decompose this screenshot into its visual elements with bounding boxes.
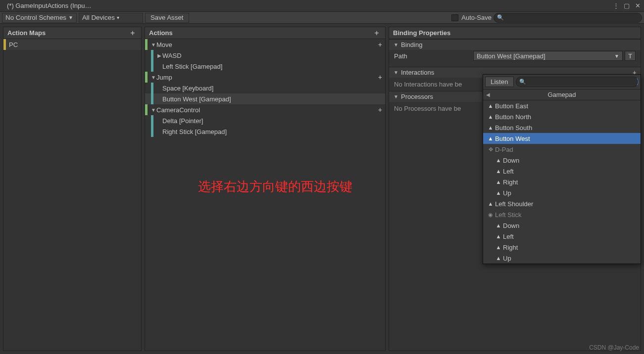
popup-item-icon: ▲ <box>487 125 494 131</box>
stripe-icon <box>145 39 148 50</box>
binding-item[interactable]: Right Stick [Gamepad] <box>145 126 385 137</box>
stripe-icon <box>151 126 153 137</box>
popup-item[interactable]: ▲Left <box>483 166 641 177</box>
popup-item-label: D-Pad <box>495 146 513 153</box>
stripe-icon <box>145 104 148 115</box>
fold-icon[interactable]: ▼ <box>150 75 156 80</box>
window-tab[interactable]: (*) GameInputActions (Inpu… <box>3 1 96 10</box>
binding-label: Right Stick [Gamepad] <box>162 128 227 135</box>
popup-item[interactable]: ▲Down <box>483 155 641 166</box>
action-item-cameracontrol[interactable]: ▼ CameraControl + <box>145 104 385 115</box>
control-schemes-dropdown[interactable]: No Control Schemes ▼ <box>2 13 77 23</box>
control-schemes-label: No Control Schemes <box>5 14 66 21</box>
autosave-checkbox[interactable] <box>451 14 458 21</box>
popup-item[interactable]: ✥D-Pad <box>483 144 641 155</box>
fold-icon[interactable]: ▼ <box>150 107 156 113</box>
popup-item-icon: ▲ <box>487 201 494 207</box>
menu-icon[interactable]: ⋮ <box>612 2 619 9</box>
search-icon: 🔍 <box>497 14 504 21</box>
popup-item[interactable]: ▲Left Shoulder <box>483 198 641 209</box>
popup-item-label: Right <box>503 178 518 186</box>
popup-item-icon: ▲ <box>495 190 502 196</box>
popup-item-icon: ▲ <box>495 233 502 239</box>
popup-item-icon: ▲ <box>487 135 494 141</box>
close-icon[interactable]: ✕ <box>634 2 641 9</box>
caret-down-icon: ▼ <box>68 15 73 20</box>
popup-item[interactable]: ▲Right <box>483 177 641 187</box>
popup-item[interactable]: ▲Button West <box>483 133 641 144</box>
autosave-group: Auto-Save <box>451 14 492 21</box>
popup-item[interactable]: ▲Up <box>483 187 641 198</box>
stripe-icon <box>151 115 153 126</box>
add-binding-button[interactable]: + <box>378 73 382 81</box>
search-icon: 🔍 <box>519 79 526 85</box>
binding-item[interactable]: Delta [Pointer] <box>145 115 385 126</box>
add-binding-button[interactable]: + <box>378 106 382 114</box>
popup-category-header[interactable]: ◀ Gamepad <box>483 89 641 100</box>
fold-icon: ▼ <box>393 70 399 75</box>
binding-item-selected[interactable]: Button West [Gamepad] <box>145 93 385 104</box>
fold-icon: ▼ <box>393 42 399 47</box>
actions-header: Actions + <box>145 27 385 39</box>
action-item-move[interactable]: ▼ Move + <box>145 39 385 50</box>
popup-item[interactable]: ▲Button North <box>483 111 641 122</box>
popup-item[interactable]: ▲Up <box>483 253 641 264</box>
action-map-item[interactable]: PC <box>3 39 141 50</box>
maximize-icon[interactable]: ▢ <box>623 2 630 9</box>
popup-search-input[interactable]: 🔍 <box>516 77 639 87</box>
composite-item-wasd[interactable]: ▶ WASD <box>145 50 385 61</box>
back-icon[interactable]: ◀ <box>486 92 490 97</box>
popup-item-label: Button West <box>495 135 530 142</box>
processors-section-label: Processors <box>401 93 433 100</box>
popup-item[interactable]: ▲Left <box>483 231 641 242</box>
popup-item[interactable]: ▲Down <box>483 220 641 231</box>
toolbar: No Control Schemes ▼ All Devices ▾ Save … <box>0 12 644 24</box>
binding-properties-header: Binding Properties <box>389 27 641 39</box>
binding-section[interactable]: ▼ Binding <box>389 39 641 50</box>
binding-item[interactable]: Space [Keyboard] <box>145 83 385 93</box>
add-action-map-button[interactable]: + <box>128 29 137 38</box>
popup-category-label: Gamepad <box>547 91 576 98</box>
add-action-button[interactable]: + <box>372 29 381 38</box>
action-item-jump[interactable]: ▼ Jump + <box>145 72 385 83</box>
popup-item[interactable]: ▲Right <box>483 242 641 253</box>
stripe-icon <box>3 39 6 50</box>
caret-down-icon: ▾ <box>117 15 119 20</box>
caret-down-icon: ▼ <box>614 53 619 59</box>
popup-item[interactable]: ▲Button South <box>483 122 641 133</box>
fold-icon[interactable]: ▶ <box>156 53 162 58</box>
listen-button[interactable]: Listen <box>485 77 514 87</box>
action-label: Jump <box>156 74 172 81</box>
annotation-text: 选择右边方向键的西边按键 <box>198 178 352 195</box>
binding-label: Space [Keyboard] <box>162 85 213 92</box>
popup-item-icon: ▲ <box>495 255 502 261</box>
action-maps-list: PC <box>3 39 141 351</box>
actions-title: Actions <box>149 29 173 37</box>
path-t-button[interactable]: T <box>625 51 636 61</box>
popup-item-icon: ✥ <box>487 146 494 153</box>
fold-icon[interactable]: ▼ <box>150 42 156 47</box>
autosave-label: Auto-Save <box>461 14 492 21</box>
devices-dropdown[interactable]: All Devices ▾ <box>79 13 143 23</box>
popup-item[interactable]: ◉Left Stick <box>483 209 641 220</box>
popup-item-icon: ▲ <box>495 222 502 228</box>
fold-icon: ▼ <box>393 94 399 99</box>
path-dropdown[interactable]: Button West [Gamepad] ▼ <box>473 51 623 61</box>
binding-item[interactable]: Left Stick [Gamepad] <box>145 61 385 72</box>
binding-section-label: Binding <box>401 41 422 48</box>
stripe-icon <box>151 50 153 61</box>
save-asset-button[interactable]: Save Asset <box>145 13 189 23</box>
popup-item-label: Left <box>503 168 514 175</box>
popup-item-label: Up <box>503 189 511 197</box>
add-binding-button[interactable]: + <box>378 41 382 48</box>
binding-properties-title: Binding Properties <box>393 29 450 37</box>
devices-label: All Devices <box>82 14 115 21</box>
watermark: CSDN @Jay-Code <box>589 344 639 351</box>
popup-item-label: Right <box>503 244 518 251</box>
popup-item-icon: ◉ <box>487 212 494 218</box>
toolbar-search-input[interactable]: 🔍 <box>494 13 642 23</box>
path-row: Path Button West [Gamepad] ▼ T <box>389 50 641 62</box>
popup-item[interactable]: ▲Button East <box>483 100 641 111</box>
action-maps-title: Action Maps <box>7 29 46 37</box>
popup-item-icon: ▲ <box>495 244 502 250</box>
